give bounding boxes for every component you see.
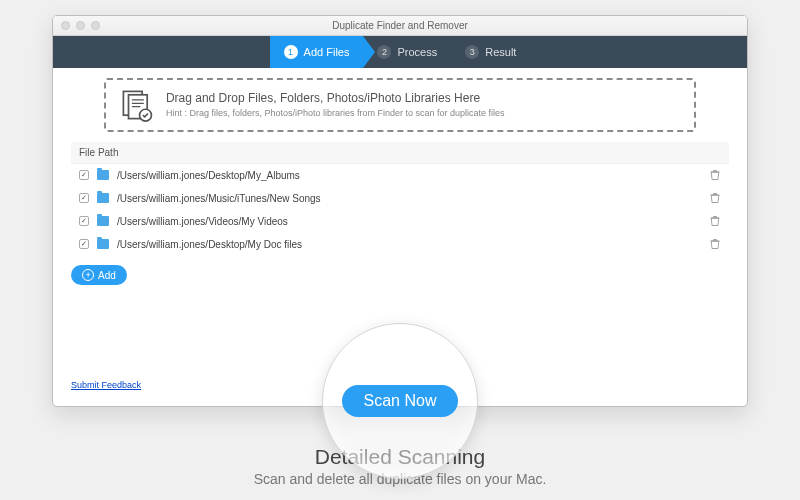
magnifier-highlight: Scan Now [322,323,478,479]
file-path: /Users/william.jones/Videos/My Videos [117,216,701,227]
row-checkbox[interactable]: ✓ [79,239,89,249]
trash-icon[interactable] [709,238,721,250]
row-checkbox[interactable]: ✓ [79,216,89,226]
drop-zone[interactable]: Drag and Drop Files, Folders, Photos/iPh… [104,78,696,132]
folder-icon [97,239,109,249]
table-header: File Path [71,142,729,164]
folder-icon [97,193,109,203]
file-path: /Users/william.jones/Desktop/My Doc file… [117,239,701,250]
table-row: ✓/Users/william.jones/Desktop/My Doc fil… [71,233,729,255]
step-add-files[interactable]: 1 Add Files [270,36,364,68]
trash-icon[interactable] [709,215,721,227]
document-check-icon [120,88,154,122]
table-row: ✓/Users/william.jones/Desktop/My_Albums [71,164,729,187]
submit-feedback-link[interactable]: Submit Feedback [71,380,141,390]
plus-icon: + [82,269,94,281]
table-row: ✓/Users/william.jones/Videos/My Videos [71,210,729,233]
step-bar: 1 Add Files 2 Process 3 Result [53,36,747,68]
window-title: Duplicate Finder and Remover [53,20,747,31]
trash-icon[interactable] [709,169,721,181]
step-result[interactable]: 3 Result [451,36,530,68]
file-table: File Path ✓/Users/william.jones/Desktop/… [71,142,729,255]
scan-now-button[interactable]: Scan Now [342,385,459,417]
row-checkbox[interactable]: ✓ [79,170,89,180]
dropzone-title: Drag and Drop Files, Folders, Photos/iPh… [166,91,505,105]
trash-icon[interactable] [709,192,721,204]
folder-icon [97,170,109,180]
titlebar: Duplicate Finder and Remover [53,16,747,36]
row-checkbox[interactable]: ✓ [79,193,89,203]
dropzone-hint: Hint : Drag files, folders, Photos/iPhot… [166,108,505,120]
step-process[interactable]: 2 Process [363,36,451,68]
table-row: ✓/Users/william.jones/Music/iTunes/New S… [71,187,729,210]
folder-icon [97,216,109,226]
file-path: /Users/william.jones/Desktop/My_Albums [117,170,701,181]
add-button[interactable]: + Add [71,265,127,285]
file-path: /Users/william.jones/Music/iTunes/New So… [117,193,701,204]
